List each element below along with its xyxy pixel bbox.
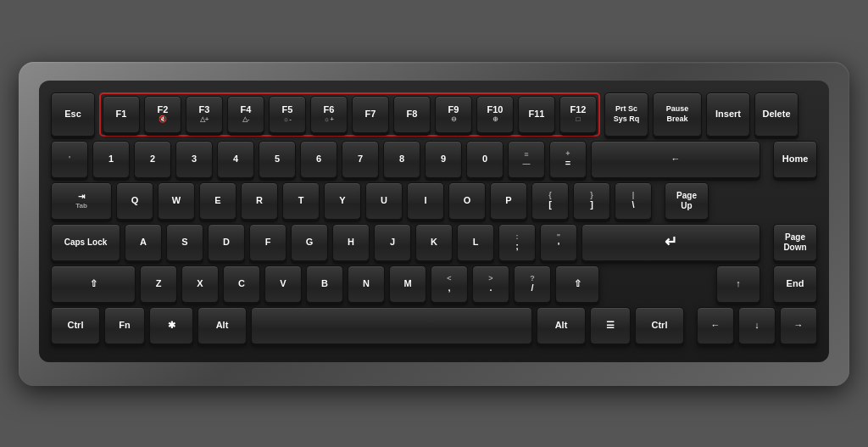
key-page-down[interactable]: Page Down bbox=[773, 224, 817, 261]
key-1[interactable]: 1 bbox=[92, 141, 130, 178]
key-s[interactable]: S bbox=[166, 224, 203, 261]
key-equal[interactable]: + = bbox=[549, 141, 587, 178]
key-f12[interactable]: F12 □ bbox=[559, 96, 597, 133]
key-k[interactable]: K bbox=[415, 224, 453, 261]
key-shift-right[interactable]: ↑ bbox=[716, 265, 760, 303]
key-c[interactable]: C bbox=[223, 265, 260, 303]
key-arrow-down[interactable]: ↓ bbox=[738, 307, 776, 344]
key-y[interactable]: Y bbox=[324, 182, 361, 220]
key-page-up[interactable]: Page Up bbox=[665, 182, 709, 220]
key-prtsc[interactable]: Prt Sc Sys Rq bbox=[604, 92, 648, 137]
shift-row: ⇧ Z X C V B N M < , > . ? / ⇧ bbox=[51, 265, 817, 303]
key-f[interactable]: F bbox=[249, 224, 287, 261]
key-backslash[interactable]: | \ bbox=[615, 182, 652, 220]
key-alt-left[interactable]: Alt bbox=[198, 307, 247, 344]
key-9[interactable]: 9 bbox=[425, 141, 462, 178]
key-w[interactable]: W bbox=[158, 182, 195, 220]
key-e[interactable]: E bbox=[199, 182, 236, 220]
key-ctrl-right[interactable]: Ctrl bbox=[635, 307, 684, 344]
key-f10[interactable]: F10 ⊕ bbox=[476, 96, 514, 133]
key-f5[interactable]: F5 ☼- bbox=[269, 96, 306, 133]
key-home[interactable]: Home bbox=[773, 141, 817, 178]
key-i[interactable]: I bbox=[407, 182, 444, 220]
key-menu[interactable]: ☰ bbox=[590, 307, 631, 344]
key-x[interactable]: X bbox=[181, 265, 219, 303]
key-d[interactable]: D bbox=[208, 224, 245, 261]
key-u[interactable]: U bbox=[365, 182, 403, 220]
key-m[interactable]: M bbox=[389, 265, 426, 303]
key-comma[interactable]: < , bbox=[431, 265, 468, 303]
key-insert[interactable]: Insert bbox=[706, 92, 750, 137]
key-f1[interactable]: F1 bbox=[103, 96, 140, 133]
key-v[interactable]: V bbox=[264, 265, 302, 303]
bottom-row: Ctrl Fn ✱ Alt Alt ☰ Ctrl bbox=[51, 307, 817, 344]
key-win[interactable]: ✱ bbox=[149, 307, 193, 344]
fkey-group: F1 F2 🔇 F3 △+ F4 △- F5 ☼- bbox=[99, 92, 600, 137]
key-ctrl-left[interactable]: Ctrl bbox=[51, 307, 100, 344]
key-capslock[interactable]: Caps Lock bbox=[51, 224, 120, 261]
key-delete[interactable]: Delete bbox=[754, 92, 798, 137]
keyboard-inner: Esc F1 F2 🔇 F3 △+ F4 △- bbox=[39, 81, 829, 362]
key-enter[interactable]: ↵ bbox=[581, 224, 760, 261]
key-7[interactable]: 7 bbox=[342, 141, 379, 178]
key-arrow-right[interactable]: → bbox=[780, 307, 817, 344]
key-f3[interactable]: F3 △+ bbox=[186, 96, 223, 133]
key-p[interactable]: P bbox=[490, 182, 527, 220]
key-period[interactable]: > . bbox=[472, 265, 509, 303]
key-end[interactable]: End bbox=[773, 265, 817, 303]
key-pause[interactable]: Pause Break bbox=[653, 92, 702, 137]
key-z[interactable]: Z bbox=[140, 265, 177, 303]
key-f8[interactable]: F8 bbox=[393, 96, 431, 133]
key-f2[interactable]: F2 🔇 bbox=[144, 96, 181, 133]
key-f4[interactable]: F4 △- bbox=[227, 96, 264, 133]
asdf-row: Caps Lock A S D F G H J K L : ; " ' ↵ bbox=[51, 224, 817, 261]
key-o[interactable]: O bbox=[448, 182, 486, 220]
key-n[interactable]: N bbox=[348, 265, 385, 303]
key-f7[interactable]: F7 bbox=[352, 96, 389, 133]
key-arrow-left[interactable]: ← bbox=[697, 307, 734, 344]
key-semicolon[interactable]: : ; bbox=[498, 224, 536, 261]
key-backspace[interactable]: ← bbox=[591, 141, 760, 178]
key-lbracket[interactable]: { [ bbox=[531, 182, 569, 220]
key-3[interactable]: 3 bbox=[175, 141, 213, 178]
key-rbracket[interactable]: } ] bbox=[573, 182, 610, 220]
key-8[interactable]: 8 bbox=[383, 141, 420, 178]
key-tab[interactable]: ⇥ Tab bbox=[51, 182, 112, 220]
key-t[interactable]: T bbox=[282, 182, 320, 220]
key-0[interactable]: 0 bbox=[466, 141, 504, 178]
key-4[interactable]: 4 bbox=[217, 141, 254, 178]
key-5[interactable]: 5 bbox=[259, 141, 296, 178]
key-f11[interactable]: F11 bbox=[518, 96, 555, 133]
key-alt-right[interactable]: Alt bbox=[537, 307, 586, 344]
key-space[interactable] bbox=[251, 307, 532, 344]
function-row: Esc F1 F2 🔇 F3 △+ F4 △- bbox=[51, 92, 817, 137]
key-l[interactable]: L bbox=[457, 224, 494, 261]
key-f6[interactable]: F6 ☼+ bbox=[310, 96, 348, 133]
key-j[interactable]: J bbox=[374, 224, 411, 261]
key-a[interactable]: A bbox=[125, 224, 162, 261]
qwerty-row: ⇥ Tab Q W E R T Y U I O P { [ } ] | \ bbox=[51, 182, 817, 220]
key-2[interactable]: 2 bbox=[134, 141, 171, 178]
key-minus[interactable]: ≡ — bbox=[508, 141, 545, 178]
key-quote[interactable]: " ' bbox=[540, 224, 577, 261]
key-6[interactable]: 6 bbox=[300, 141, 337, 178]
key-r[interactable]: R bbox=[241, 182, 278, 220]
key-b[interactable]: B bbox=[306, 265, 343, 303]
key-h[interactable]: H bbox=[332, 224, 370, 261]
key-g[interactable]: G bbox=[291, 224, 328, 261]
key-fn[interactable]: Fn bbox=[104, 307, 145, 344]
key-f9[interactable]: F9 ⊖ bbox=[435, 96, 472, 133]
keyboard-wrapper: Esc F1 F2 🔇 F3 △+ F4 △- bbox=[19, 62, 849, 386]
key-q[interactable]: Q bbox=[116, 182, 153, 220]
key-shift-right2[interactable]: ⇧ bbox=[555, 265, 599, 303]
key-backtick[interactable]: ' bbox=[51, 141, 88, 178]
key-esc[interactable]: Esc bbox=[51, 92, 95, 137]
key-slash[interactable]: ? / bbox=[514, 265, 551, 303]
number-row: ' 1 2 3 4 5 6 7 8 9 0 ≡ — + = ← bbox=[51, 141, 817, 178]
key-shift-left[interactable]: ⇧ bbox=[51, 265, 136, 303]
